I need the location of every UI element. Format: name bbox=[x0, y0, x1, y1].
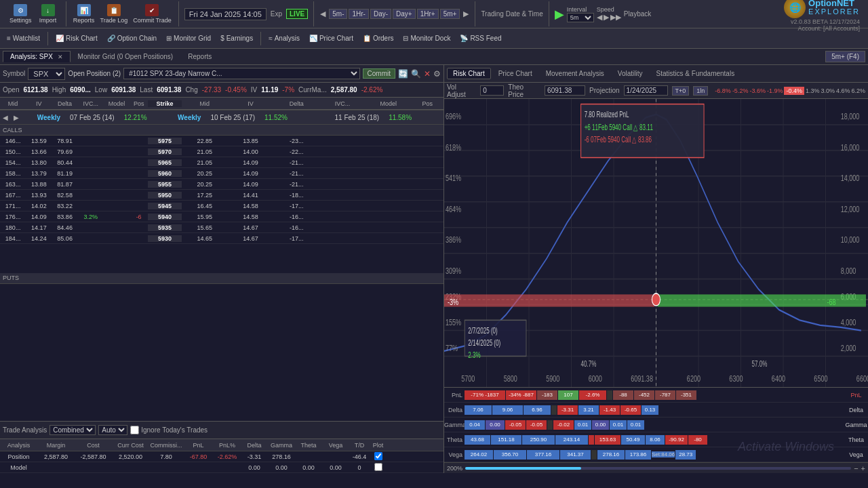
ignore-today-label[interactable]: Ignore Today's Trades bbox=[130, 426, 208, 434]
trade-mode-select[interactable]: Auto bbox=[98, 425, 127, 435]
1ln-button[interactable]: 1ln bbox=[693, 86, 708, 96]
greek-pnl-row: PnL -71% -1837 -34% -887 -183 107 -2.6% … bbox=[444, 388, 868, 403]
tab-close-analysis[interactable]: ✕ bbox=[58, 54, 63, 60]
refresh-icon[interactable]: 🔄 bbox=[398, 69, 408, 79]
interval-select[interactable]: 5m1m15m bbox=[567, 13, 594, 22]
gamma-bars: 0.04 0.00 -0.05 -0.05 -0.02 0.01 0.00 0.… bbox=[465, 419, 844, 431]
zoom-in-icon[interactable]: 🔍 bbox=[411, 69, 421, 79]
calls-model-header: Model bbox=[104, 100, 130, 107]
low-label: Low bbox=[95, 86, 107, 94]
speed-fast[interactable]: ▶▶ bbox=[610, 13, 621, 22]
watchlist-button[interactable]: ≡ Watchlist bbox=[3, 33, 44, 43]
interval-5m-minus[interactable]: 5m- bbox=[329, 9, 347, 19]
svg-text:12,000: 12,000 bbox=[841, 204, 860, 214]
trade-log-button[interactable]: 📋 Trade Log bbox=[98, 3, 131, 25]
anal-model-theta: 0.00 bbox=[295, 464, 322, 471]
main-content: Symbol SPX Open Position (2) #1012 SPX 2… bbox=[0, 65, 868, 473]
commit-button[interactable]: Commit bbox=[363, 68, 395, 79]
tab-price-chart[interactable]: Price Chart bbox=[492, 68, 538, 79]
interval-day-minus[interactable]: Day- bbox=[370, 9, 391, 19]
svg-text:6091.38: 6091.38 bbox=[631, 374, 653, 384]
zoom-plus-button[interactable]: + bbox=[861, 464, 865, 472]
vol-adjust-input[interactable] bbox=[480, 85, 504, 96]
tab-movement-analysis[interactable]: Movement Analysis bbox=[540, 68, 610, 79]
calls-pos-header: Pos bbox=[130, 100, 148, 107]
tab-reports[interactable]: Reports bbox=[180, 51, 219, 62]
nav-forward-button[interactable]: ▶ bbox=[461, 9, 471, 18]
projection-date-input[interactable] bbox=[624, 85, 668, 96]
anal-model-td: 0 bbox=[349, 464, 370, 471]
svg-rect-49 bbox=[444, 294, 654, 306]
option-chain-button[interactable]: 🔗 Option Chain bbox=[103, 33, 161, 43]
speed-label: Speed bbox=[597, 6, 621, 13]
settings-button[interactable]: ⚙ Settings bbox=[7, 3, 35, 25]
speed-next[interactable]: ▶ bbox=[604, 13, 609, 22]
monitor-dock-button[interactable]: ⊟ Monitor Dock bbox=[399, 33, 454, 43]
anal-plot-checkbox[interactable] bbox=[370, 452, 387, 462]
orders-button[interactable]: 📋 Orders bbox=[359, 33, 398, 43]
svg-text:6600: 6600 bbox=[856, 374, 868, 384]
analysis-button[interactable]: ≈ Analysis bbox=[264, 33, 304, 43]
greek-vega-row: Vega 264.02 356.70 377.16 341.37 278.16 … bbox=[444, 447, 868, 462]
svg-text:2.3%: 2.3% bbox=[468, 351, 480, 360]
reports-button[interactable]: 📊 Reports bbox=[71, 3, 98, 25]
tab-monitor-grid[interactable]: Monitor Grid (0 Open Positions) bbox=[71, 51, 181, 62]
account-label: Account: [All Accounts] bbox=[797, 25, 860, 32]
nav-back-button[interactable]: ◀ bbox=[318, 9, 328, 18]
earnings-button[interactable]: $ Earnings bbox=[216, 33, 257, 43]
ignore-today-checkbox[interactable] bbox=[130, 426, 139, 434]
logo-text-group: OptionNET EXPLORER bbox=[808, 0, 860, 16]
play-button[interactable]: ▶ bbox=[555, 7, 564, 22]
svg-text:+6 11Feb 5940 Call △  83.11: +6 11Feb 5940 Call △ 83.11 bbox=[585, 123, 654, 131]
zoom-minus-button[interactable]: − bbox=[854, 464, 858, 472]
zoom-slider[interactable] bbox=[465, 467, 851, 470]
tab-analysis-spx[interactable]: Analysis: SPX ✕ bbox=[3, 51, 71, 62]
anal-delta-val: -3.31 bbox=[241, 453, 268, 460]
high-label: High bbox=[52, 86, 66, 94]
theta-bars: 43.68 151.18 250.90 243.14 153.63 50.49 … bbox=[465, 434, 844, 446]
tab-statistics[interactable]: Statistics & Fundamentals bbox=[650, 68, 741, 79]
svg-text:541%: 541% bbox=[446, 174, 461, 183]
puts-scroll[interactable] bbox=[0, 284, 443, 422]
main-toolbar: ⚙ Settings ↓ Import 📊 Reports 📋 Trade Lo… bbox=[0, 0, 868, 28]
close-chain-icon[interactable]: ✕ bbox=[424, 69, 431, 79]
expiry-nav-right[interactable]: ▶ bbox=[11, 114, 22, 121]
rss-feed-button[interactable]: 📡 RSS Feed bbox=[456, 33, 505, 43]
risk-chart-button[interactable]: 📈 Risk Chart bbox=[52, 33, 102, 43]
puts-headers: Mid IV Delta IVC... Model Pos bbox=[182, 100, 443, 107]
tab-volatility[interactable]: Volatility bbox=[612, 68, 649, 79]
calls-scroll[interactable]: 146... 13.59 78.91 5975 22.85 13.85 -23.… bbox=[0, 136, 443, 273]
interval-1hr-minus[interactable]: 1Hr- bbox=[349, 9, 368, 19]
anal-td-header: T/D bbox=[349, 442, 370, 449]
svg-text:-3%: -3% bbox=[448, 297, 458, 306]
pnl-current-val: PnL bbox=[844, 392, 868, 399]
sep2 bbox=[260, 32, 261, 45]
datetime-display[interactable]: Fri 24 Jan 2025 14:05 bbox=[184, 8, 267, 20]
trade-type-select[interactable]: Combined bbox=[50, 425, 96, 435]
anal-margin-header: Margin bbox=[37, 442, 75, 449]
interval-5m-plus[interactable]: 5m+ bbox=[440, 9, 460, 19]
commit-trade-button[interactable]: ✔ Commit Trade bbox=[130, 3, 174, 25]
anal-model-plot[interactable] bbox=[370, 463, 387, 472]
svg-text:6000: 6000 bbox=[589, 374, 602, 384]
monitor-grid-button[interactable]: ⊞ Monitor Grid bbox=[162, 33, 215, 43]
theo-price-input[interactable] bbox=[545, 85, 585, 96]
speed-prev[interactable]: ◀ bbox=[597, 13, 602, 22]
price-chart-button[interactable]: 📉 Price Chart bbox=[305, 33, 357, 43]
settings-chain-icon[interactable]: ⚙ bbox=[433, 69, 441, 79]
interval-day-plus[interactable]: Day+ bbox=[393, 9, 416, 19]
expiry-nav-left[interactable]: ◀ bbox=[0, 114, 11, 121]
zoom-pct-label: 200% bbox=[447, 465, 462, 472]
svg-text:8,000: 8,000 bbox=[841, 266, 856, 275]
svg-text:5900: 5900 bbox=[546, 374, 559, 384]
svg-text:618%: 618% bbox=[446, 142, 461, 152]
zoom-bar: 200% − + bbox=[444, 462, 868, 473]
svg-text:40.7%: 40.7% bbox=[581, 359, 597, 368]
tab-risk-chart[interactable]: Risk Chart bbox=[447, 68, 491, 79]
symbol-select[interactable]: SPX bbox=[28, 68, 65, 80]
t-plus-0-button[interactable]: T+0 bbox=[672, 86, 690, 96]
theta-current-val: Theta bbox=[844, 436, 868, 443]
import-button[interactable]: ↓ Import bbox=[35, 3, 62, 25]
interval-1hr-plus[interactable]: 1Hr+ bbox=[417, 9, 439, 19]
strategy-select[interactable]: #1012 SPX 23-day Narrow C... bbox=[123, 68, 359, 79]
